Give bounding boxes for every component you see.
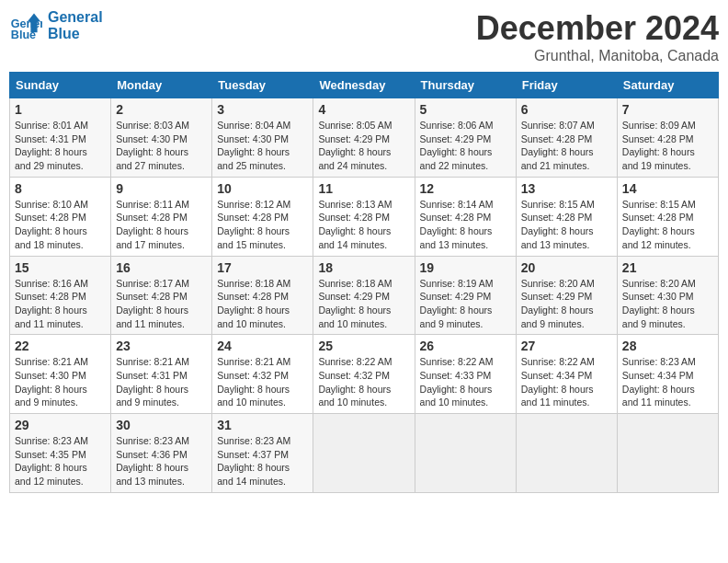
day-number: 21 — [622, 260, 713, 275]
day-number: 16 — [116, 260, 207, 275]
day-number: 20 — [521, 260, 612, 275]
day-number: 29 — [15, 418, 106, 432]
calendar-cell: 27Sunrise: 8:22 AM Sunset: 4:34 PM Dayli… — [516, 335, 617, 414]
calendar-week-row: 15Sunrise: 8:16 AM Sunset: 4:28 PM Dayli… — [10, 256, 719, 335]
calendar-cell: 31Sunrise: 8:23 AM Sunset: 4:37 PM Dayli… — [212, 414, 313, 493]
calendar-cell: 23Sunrise: 8:21 AM Sunset: 4:31 PM Dayli… — [111, 335, 212, 414]
day-number: 14 — [622, 181, 713, 196]
day-info: Sunrise: 8:10 AM Sunset: 4:28 PM Dayligh… — [15, 198, 106, 252]
title-block: December 2024 Grunthal, Manitoba, Canada — [476, 9, 719, 64]
day-number: 22 — [15, 339, 106, 353]
day-info: Sunrise: 8:21 AM Sunset: 4:32 PM Dayligh… — [217, 355, 308, 409]
day-info: Sunrise: 8:18 AM Sunset: 4:29 PM Dayligh… — [318, 277, 409, 331]
day-info: Sunrise: 8:21 AM Sunset: 4:31 PM Dayligh… — [116, 355, 207, 409]
logo-line1: General — [48, 9, 103, 26]
calendar-cell: 11Sunrise: 8:13 AM Sunset: 4:28 PM Dayli… — [313, 177, 415, 256]
day-info: Sunrise: 8:17 AM Sunset: 4:28 PM Dayligh… — [116, 277, 207, 331]
day-info: Sunrise: 8:23 AM Sunset: 4:37 PM Dayligh… — [217, 434, 308, 488]
calendar-cell: 18Sunrise: 8:18 AM Sunset: 4:29 PM Dayli… — [313, 256, 415, 335]
calendar-cell: 17Sunrise: 8:18 AM Sunset: 4:28 PM Dayli… — [212, 256, 313, 335]
day-info: Sunrise: 8:07 AM Sunset: 4:28 PM Dayligh… — [521, 119, 612, 173]
calendar-cell: 24Sunrise: 8:21 AM Sunset: 4:32 PM Dayli… — [212, 335, 313, 414]
day-number: 7 — [622, 102, 713, 117]
calendar-cell: 25Sunrise: 8:22 AM Sunset: 4:32 PM Dayli… — [313, 335, 415, 414]
day-info: Sunrise: 8:16 AM Sunset: 4:28 PM Dayligh… — [15, 277, 106, 331]
day-number: 28 — [622, 339, 713, 353]
calendar-cell: 3Sunrise: 8:04 AM Sunset: 4:30 PM Daylig… — [212, 98, 313, 178]
page-header: General Blue General Blue December 2024 … — [9, 9, 719, 64]
day-info: Sunrise: 8:18 AM Sunset: 4:28 PM Dayligh… — [217, 277, 308, 331]
day-info: Sunrise: 8:01 AM Sunset: 4:31 PM Dayligh… — [15, 119, 106, 173]
calendar-cell: 15Sunrise: 8:16 AM Sunset: 4:28 PM Dayli… — [10, 256, 111, 335]
calendar-cell: 22Sunrise: 8:21 AM Sunset: 4:30 PM Dayli… — [10, 335, 111, 414]
day-info: Sunrise: 8:22 AM Sunset: 4:32 PM Dayligh… — [318, 355, 409, 409]
day-number: 27 — [521, 339, 612, 353]
day-info: Sunrise: 8:11 AM Sunset: 4:28 PM Dayligh… — [116, 198, 207, 252]
day-number: 5 — [420, 102, 511, 117]
day-header-sunday: Sunday — [10, 73, 111, 98]
day-info: Sunrise: 8:23 AM Sunset: 4:35 PM Dayligh… — [15, 434, 106, 488]
day-number: 12 — [420, 181, 511, 196]
calendar-cell — [516, 414, 617, 493]
calendar-week-row: 1Sunrise: 8:01 AM Sunset: 4:31 PM Daylig… — [10, 98, 719, 178]
day-info: Sunrise: 8:04 AM Sunset: 4:30 PM Dayligh… — [217, 119, 308, 173]
day-number: 18 — [318, 260, 409, 275]
calendar-body: 1Sunrise: 8:01 AM Sunset: 4:31 PM Daylig… — [10, 98, 719, 493]
day-number: 24 — [217, 339, 308, 353]
calendar-cell: 5Sunrise: 8:06 AM Sunset: 4:29 PM Daylig… — [415, 98, 516, 178]
day-number: 25 — [318, 339, 409, 353]
day-info: Sunrise: 8:20 AM Sunset: 4:29 PM Dayligh… — [521, 277, 612, 331]
day-number: 10 — [217, 181, 308, 196]
logo-icon: General Blue — [9, 9, 42, 42]
calendar-week-row: 22Sunrise: 8:21 AM Sunset: 4:30 PM Dayli… — [10, 335, 719, 414]
day-info: Sunrise: 8:13 AM Sunset: 4:28 PM Dayligh… — [318, 198, 409, 252]
calendar-cell: 6Sunrise: 8:07 AM Sunset: 4:28 PM Daylig… — [516, 98, 617, 178]
calendar-cell: 8Sunrise: 8:10 AM Sunset: 4:28 PM Daylig… — [10, 177, 111, 256]
day-info: Sunrise: 8:20 AM Sunset: 4:30 PM Dayligh… — [622, 277, 713, 331]
calendar-week-row: 29Sunrise: 8:23 AM Sunset: 4:35 PM Dayli… — [10, 414, 719, 493]
calendar-cell: 10Sunrise: 8:12 AM Sunset: 4:28 PM Dayli… — [212, 177, 313, 256]
calendar-cell: 16Sunrise: 8:17 AM Sunset: 4:28 PM Dayli… — [111, 256, 212, 335]
calendar-cell: 7Sunrise: 8:09 AM Sunset: 4:28 PM Daylig… — [617, 98, 718, 178]
day-header-monday: Monday — [111, 73, 212, 98]
calendar-cell: 2Sunrise: 8:03 AM Sunset: 4:30 PM Daylig… — [111, 98, 212, 178]
calendar-cell: 1Sunrise: 8:01 AM Sunset: 4:31 PM Daylig… — [10, 98, 111, 178]
month-title: December 2024 — [476, 9, 719, 48]
calendar-cell — [313, 414, 415, 493]
day-info: Sunrise: 8:03 AM Sunset: 4:30 PM Dayligh… — [116, 119, 207, 173]
calendar-cell: 29Sunrise: 8:23 AM Sunset: 4:35 PM Dayli… — [10, 414, 111, 493]
calendar-cell: 30Sunrise: 8:23 AM Sunset: 4:36 PM Dayli… — [111, 414, 212, 493]
day-info: Sunrise: 8:09 AM Sunset: 4:28 PM Dayligh… — [622, 119, 713, 173]
day-info: Sunrise: 8:05 AM Sunset: 4:29 PM Dayligh… — [318, 119, 409, 173]
day-number: 9 — [116, 181, 207, 196]
calendar-cell: 13Sunrise: 8:15 AM Sunset: 4:28 PM Dayli… — [516, 177, 617, 256]
calendar-cell: 12Sunrise: 8:14 AM Sunset: 4:28 PM Dayli… — [415, 177, 516, 256]
calendar-cell: 28Sunrise: 8:23 AM Sunset: 4:34 PM Dayli… — [617, 335, 718, 414]
day-number: 19 — [420, 260, 511, 275]
calendar-cell: 26Sunrise: 8:22 AM Sunset: 4:33 PM Dayli… — [415, 335, 516, 414]
logo-line2: Blue — [48, 26, 103, 42]
day-info: Sunrise: 8:22 AM Sunset: 4:34 PM Dayligh… — [521, 355, 612, 409]
day-number: 3 — [217, 102, 308, 117]
day-info: Sunrise: 8:15 AM Sunset: 4:28 PM Dayligh… — [622, 198, 713, 252]
day-number: 31 — [217, 418, 308, 432]
day-header-tuesday: Tuesday — [212, 73, 313, 98]
day-info: Sunrise: 8:21 AM Sunset: 4:30 PM Dayligh… — [15, 355, 106, 409]
calendar-header-row: SundayMondayTuesdayWednesdayThursdayFrid… — [10, 73, 719, 98]
day-info: Sunrise: 8:14 AM Sunset: 4:28 PM Dayligh… — [420, 198, 511, 252]
day-number: 4 — [318, 102, 409, 117]
calendar-cell: 9Sunrise: 8:11 AM Sunset: 4:28 PM Daylig… — [111, 177, 212, 256]
day-info: Sunrise: 8:19 AM Sunset: 4:29 PM Dayligh… — [420, 277, 511, 331]
calendar-cell: 20Sunrise: 8:20 AM Sunset: 4:29 PM Dayli… — [516, 256, 617, 335]
day-number: 6 — [521, 102, 612, 117]
calendar-table: SundayMondayTuesdayWednesdayThursdayFrid… — [9, 72, 719, 493]
day-number: 15 — [15, 260, 106, 275]
calendar-cell — [415, 414, 516, 493]
day-info: Sunrise: 8:12 AM Sunset: 4:28 PM Dayligh… — [217, 198, 308, 252]
day-number: 26 — [420, 339, 511, 353]
day-header-saturday: Saturday — [617, 73, 718, 98]
day-info: Sunrise: 8:22 AM Sunset: 4:33 PM Dayligh… — [420, 355, 511, 409]
day-number: 17 — [217, 260, 308, 275]
day-info: Sunrise: 8:23 AM Sunset: 4:34 PM Dayligh… — [622, 355, 713, 409]
day-info: Sunrise: 8:15 AM Sunset: 4:28 PM Dayligh… — [521, 198, 612, 252]
